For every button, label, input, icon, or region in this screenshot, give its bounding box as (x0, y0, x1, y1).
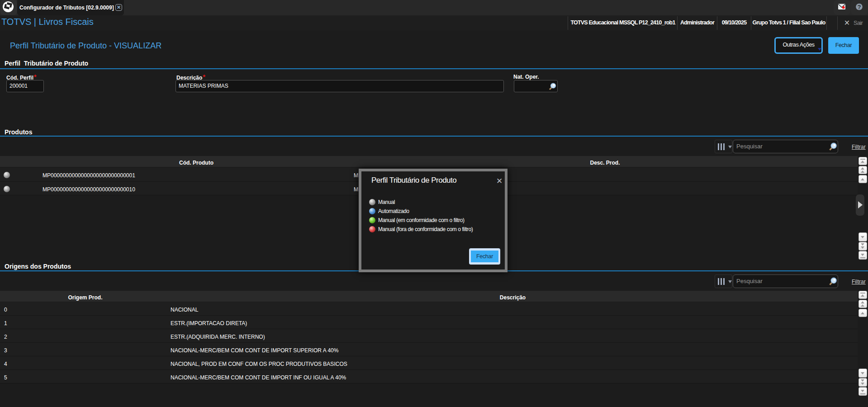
svg-text:?: ? (858, 4, 861, 10)
